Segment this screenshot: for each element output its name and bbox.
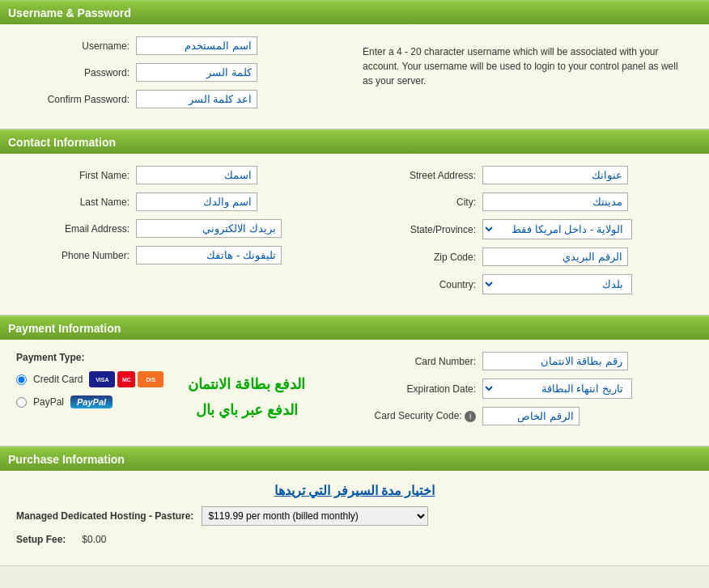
- paypal-label: PayPal: [33, 396, 64, 408]
- city-row: City:: [363, 192, 693, 211]
- card-number-row: Card Number:: [363, 352, 693, 370]
- expiration-label: Expiration Date:: [363, 383, 476, 395]
- confirm-password-label: Confirm Password:: [16, 94, 129, 105]
- mastercard-icon: MC: [117, 371, 135, 387]
- city-input[interactable]: [482, 192, 628, 211]
- setup-fee-value: $0.00: [82, 534, 106, 545]
- visa-icon: VISA: [89, 371, 115, 387]
- country-row: Country: بلدك: [363, 274, 693, 294]
- city-label: City:: [363, 197, 476, 208]
- country-label: Country:: [363, 279, 476, 290]
- street-input[interactable]: [482, 166, 628, 184]
- contact-section: Contact Information First Name: Last Nam…: [0, 129, 709, 315]
- payment-arabic-labels: الدفع بطاقة الانتمان الدفع عبر باي بال: [188, 375, 305, 419]
- first-name-row: First Name:: [16, 166, 346, 184]
- credit-card-label: Credit Card: [33, 374, 83, 385]
- payment-options: Credit Card VISA MC DIS PayPal Pa: [16, 371, 163, 408]
- last-name-label: Last Name:: [16, 197, 129, 208]
- purchase-section: Purchase Information اختيار مدة السيرفر …: [0, 446, 709, 566]
- managed-hosting-select[interactable]: $119.99 per month (billed monthly): [202, 506, 428, 526]
- confirm-password-input[interactable]: [136, 90, 257, 108]
- last-name-input[interactable]: [136, 192, 257, 211]
- credit-card-arabic: الدفع بطاقة الانتمان: [188, 375, 305, 393]
- password-input[interactable]: [136, 63, 257, 82]
- first-name-label: First Name:: [16, 170, 129, 181]
- username-label: Username:: [16, 40, 129, 52]
- email-input[interactable]: [136, 219, 282, 238]
- credit-card-radio[interactable]: [16, 374, 27, 385]
- purchase-section-header: Purchase Information: [0, 446, 709, 471]
- security-info-icon[interactable]: i: [465, 411, 476, 422]
- payment-type-row: Credit Card VISA MC DIS PayPal Pa: [16, 371, 346, 419]
- payment-section-header: Payment Information: [0, 315, 709, 340]
- username-description: Enter a 4 - 20 character username which …: [354, 36, 693, 116]
- security-code-label: Card Security Code: i: [363, 410, 476, 422]
- payment-type-label: Payment Type:: [16, 352, 84, 363]
- contact-left-col: First Name: Last Name: Email Address: Ph…: [16, 166, 346, 302]
- managed-hosting-label: Managed Dedicated Hosting - Pasture:: [16, 510, 193, 522]
- password-row: Password:: [16, 63, 338, 82]
- payment-left-col: Payment Type: Credit Card VISA MC DIS: [16, 352, 346, 434]
- confirm-password-row: Confirm Password:: [16, 90, 338, 108]
- paypal-option: PayPal PayPal: [16, 396, 163, 408]
- last-name-row: Last Name:: [16, 192, 346, 211]
- username-section-header: Username & Password: [0, 0, 709, 24]
- security-code-row: Card Security Code: i: [363, 407, 693, 425]
- zip-row: Zip Code:: [363, 247, 693, 266]
- phone-input[interactable]: [136, 246, 282, 264]
- username-password-section: Username & Password Username: Password: …: [0, 0, 709, 129]
- email-row: Email Address:: [16, 219, 346, 238]
- zip-input[interactable]: [482, 247, 628, 266]
- state-label: State/Province:: [363, 224, 476, 235]
- discover-icon: DIS: [138, 371, 163, 387]
- state-row: State/Province: الولاية - داخل امريكا فق…: [363, 219, 693, 239]
- payment-type-label-row: Payment Type:: [16, 352, 346, 363]
- zip-label: Zip Code:: [363, 252, 476, 263]
- paypal-logo: PayPal: [70, 396, 113, 408]
- expiration-select[interactable]: تاريخ انتهاء البطاقة: [482, 379, 632, 399]
- expiration-row: Expiration Date: تاريخ انتهاء البطاقة: [363, 379, 693, 399]
- payment-section: Payment Information Payment Type: Credit…: [0, 315, 709, 446]
- paypal-arabic: الدفع عبر باي بال: [188, 401, 305, 419]
- managed-hosting-row: Managed Dedicated Hosting - Pasture: $11…: [16, 506, 693, 526]
- first-name-input[interactable]: [136, 166, 257, 184]
- country-select[interactable]: بلدك: [482, 274, 632, 294]
- password-label: Password:: [16, 67, 129, 78]
- street-row: Street Address:: [363, 166, 693, 184]
- security-code-input[interactable]: [482, 407, 580, 425]
- contact-right-col: Street Address: City: State/Province: ال…: [363, 166, 693, 302]
- paypal-radio[interactable]: [16, 397, 27, 408]
- username-row: Username:: [16, 36, 338, 55]
- username-input[interactable]: [136, 36, 257, 55]
- purchase-arabic-title: اختيار مدة السيرفر التي تريدها: [274, 484, 435, 497]
- card-icons: VISA MC DIS: [89, 371, 163, 387]
- state-select[interactable]: الولاية - داخل امريكا فقط: [482, 219, 632, 239]
- street-label: Street Address:: [363, 170, 476, 181]
- credit-card-option: Credit Card VISA MC DIS: [16, 371, 163, 387]
- card-number-input[interactable]: [482, 352, 628, 370]
- email-label: Email Address:: [16, 223, 129, 235]
- setup-fee-label: Setup Fee:: [16, 534, 66, 545]
- card-number-label: Card Number:: [363, 356, 476, 367]
- phone-label: Phone Number:: [16, 250, 129, 261]
- setup-fee-row: Setup Fee: $0.00: [16, 534, 693, 545]
- phone-row: Phone Number:: [16, 246, 346, 264]
- payment-right-col: Card Number: Expiration Date: تاريخ انته…: [363, 352, 693, 434]
- contact-section-header: Contact Information: [0, 129, 709, 154]
